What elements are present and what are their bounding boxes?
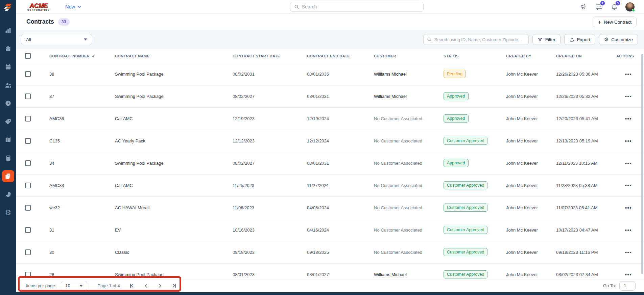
row-checkbox[interactable] bbox=[25, 71, 31, 77]
status-badge: Customer Approved bbox=[444, 137, 487, 145]
row-actions-menu[interactable]: ••• bbox=[625, 93, 632, 99]
contract-name-cell: EV bbox=[115, 219, 233, 241]
customize-button[interactable]: ⚙ Customize bbox=[599, 34, 638, 45]
contract-end-date-cell: 12/12/2024 bbox=[307, 130, 374, 152]
contract-end-date-cell: 12/19/2024 bbox=[307, 107, 374, 130]
created-on-cell: 08/02/2023 07:34 AM bbox=[556, 263, 616, 279]
row-checkbox[interactable] bbox=[25, 183, 31, 188]
goto-page-input[interactable] bbox=[619, 281, 636, 291]
column-contract-end-date[interactable]: CONTRACT END DATE bbox=[307, 49, 374, 63]
previous-page-button[interactable] bbox=[143, 283, 149, 289]
table-row[interactable]: 30 Classic 09/18/2023 09/18/2025 No Cust… bbox=[16, 241, 644, 263]
view-filter-select[interactable]: All bbox=[21, 34, 92, 45]
created-by-cell: John Mc Keever bbox=[506, 107, 556, 130]
topbar: ACME CORPORATION New 2 3 bbox=[16, 0, 644, 14]
contract-number-cell: 30 bbox=[49, 241, 115, 263]
table-row[interactable]: 37 Swimming Pool Package 08/02/2027 08/0… bbox=[16, 85, 644, 107]
sidebar-item-settings[interactable]: ⚙ bbox=[2, 207, 14, 219]
table-row[interactable]: 34 Swimming Pool Package 08/02/2027 08/0… bbox=[16, 152, 644, 174]
contracts-icon bbox=[5, 173, 11, 180]
global-search[interactable] bbox=[290, 2, 424, 12]
sidebar-item-timesheet[interactable] bbox=[2, 97, 14, 109]
sidebar-item-schedule[interactable] bbox=[2, 61, 14, 73]
contract-end-date-cell: 04/06/2024 bbox=[307, 196, 374, 219]
column-status[interactable]: STATUS bbox=[444, 49, 506, 63]
table-search-input[interactable] bbox=[434, 37, 525, 42]
column-created-by[interactable]: CREATED BY bbox=[506, 49, 556, 63]
online-status-dot bbox=[632, 9, 635, 12]
row-checkbox[interactable] bbox=[25, 138, 31, 144]
notifications-button[interactable]: 3 bbox=[610, 3, 618, 11]
row-actions-menu[interactable]: ••• bbox=[625, 205, 632, 211]
table-row[interactable]: 28 Swimming Pool Package 08/01/2023 08/0… bbox=[16, 263, 644, 279]
table-search[interactable] bbox=[423, 34, 529, 45]
contract-name-cell: AC HAWAI Murali bbox=[115, 196, 233, 219]
column-customer[interactable]: CUSTOMER bbox=[374, 49, 444, 63]
announcements-button[interactable] bbox=[580, 3, 588, 11]
row-checkbox[interactable] bbox=[25, 205, 31, 211]
search-icon bbox=[427, 37, 432, 42]
column-contract-start-date[interactable]: CONTRACT START DATE bbox=[233, 49, 307, 63]
contract-number-cell: C135 bbox=[49, 130, 115, 152]
table-row[interactable]: AMC36 Car AMC 12/19/2023 12/19/2024 No C… bbox=[16, 107, 644, 130]
created-by-cell: John Mc Keever bbox=[506, 174, 556, 196]
row-checkbox[interactable] bbox=[25, 249, 31, 255]
sidebar-item-pricing[interactable] bbox=[2, 115, 14, 128]
contract-name-cell: Swimming Pool Package bbox=[115, 263, 233, 279]
row-checkbox[interactable] bbox=[25, 93, 31, 99]
column-actions: ACTIONS bbox=[616, 49, 644, 63]
sidebar-item-jobs[interactable] bbox=[2, 43, 14, 55]
items-per-page-select[interactable]: 10 bbox=[61, 281, 87, 291]
messages-button[interactable]: 2 bbox=[595, 3, 603, 11]
table-row[interactable]: AMC33 Car AMC 11/25/2023 11/27/2024 No C… bbox=[16, 174, 644, 196]
next-page-button[interactable] bbox=[157, 283, 163, 289]
created-on-cell: 10/17/2023 04:47 AM bbox=[556, 219, 616, 241]
column-created-on[interactable]: CREATED ON bbox=[556, 49, 616, 63]
column-contract-name[interactable]: CONTRACT NAME bbox=[115, 49, 233, 63]
row-actions-menu[interactable]: ••• bbox=[625, 71, 632, 77]
row-actions-menu[interactable]: ••• bbox=[625, 272, 632, 277]
table-row[interactable]: we32 AC HAWAI Murali 11/06/2023 04/06/20… bbox=[16, 196, 644, 219]
vertical-scrollbar[interactable] bbox=[641, 54, 643, 274]
new-contract-button[interactable]: + New Contract bbox=[593, 17, 637, 27]
sidebar-item-customers[interactable] bbox=[2, 79, 14, 91]
last-page-button[interactable] bbox=[171, 283, 177, 289]
row-actions-menu[interactable]: ••• bbox=[625, 160, 632, 166]
contract-number-cell: AMC33 bbox=[49, 174, 115, 196]
sidebar-item-dashboard[interactable] bbox=[2, 24, 14, 36]
row-checkbox[interactable] bbox=[25, 227, 31, 233]
sidebar-item-contracts[interactable] bbox=[2, 170, 14, 182]
status-badge: Customer Approved bbox=[444, 248, 487, 256]
row-checkbox[interactable] bbox=[25, 272, 31, 277]
filter-button[interactable]: Filter bbox=[532, 34, 560, 45]
row-actions-menu[interactable]: ••• bbox=[625, 183, 632, 188]
view-filter-value: All bbox=[26, 37, 31, 42]
acme-logo[interactable]: ACME CORPORATION bbox=[25, 2, 52, 11]
created-on-cell: 12/11/2023 10:15 AM bbox=[556, 152, 616, 174]
app-logo-icon[interactable] bbox=[0, 0, 16, 15]
contract-end-date-cell: 04/16/2024 bbox=[307, 219, 374, 241]
sidebar-item-reports[interactable] bbox=[2, 188, 14, 200]
items-per-page-label: Items per page: bbox=[26, 283, 56, 288]
table-row[interactable]: C135 AC Yearly Pack 12/12/2023 12/12/202… bbox=[16, 130, 644, 152]
row-actions-menu[interactable]: ••• bbox=[625, 138, 632, 144]
export-button[interactable]: Export bbox=[564, 34, 595, 45]
contract-name-cell: Swimming Pool Package bbox=[115, 63, 233, 85]
column-contract-number[interactable]: CONTRACT NUMBER bbox=[49, 49, 115, 63]
row-checkbox[interactable] bbox=[25, 116, 31, 122]
created-by-cell: John Mc Keever bbox=[506, 241, 556, 263]
new-menu[interactable]: New bbox=[65, 4, 81, 9]
sidebar-item-map[interactable] bbox=[2, 134, 14, 146]
table-row[interactable]: 38 Swimming Pool Package 08/02/2031 08/0… bbox=[16, 63, 644, 85]
row-actions-menu[interactable]: ••• bbox=[625, 227, 632, 233]
row-checkbox[interactable] bbox=[25, 160, 31, 166]
first-page-button[interactable] bbox=[129, 283, 135, 289]
user-avatar[interactable] bbox=[625, 2, 635, 11]
select-all-checkbox[interactable] bbox=[25, 53, 31, 59]
contract-end-date-cell: 11/27/2024 bbox=[307, 174, 374, 196]
row-actions-menu[interactable]: ••• bbox=[625, 116, 632, 122]
row-actions-menu[interactable]: ••• bbox=[625, 249, 632, 255]
sidebar-item-estimates[interactable] bbox=[2, 152, 14, 164]
global-search-input[interactable] bbox=[302, 4, 420, 9]
table-row[interactable]: 31 EV 10/16/2023 04/16/2024 No Customer … bbox=[16, 219, 644, 241]
